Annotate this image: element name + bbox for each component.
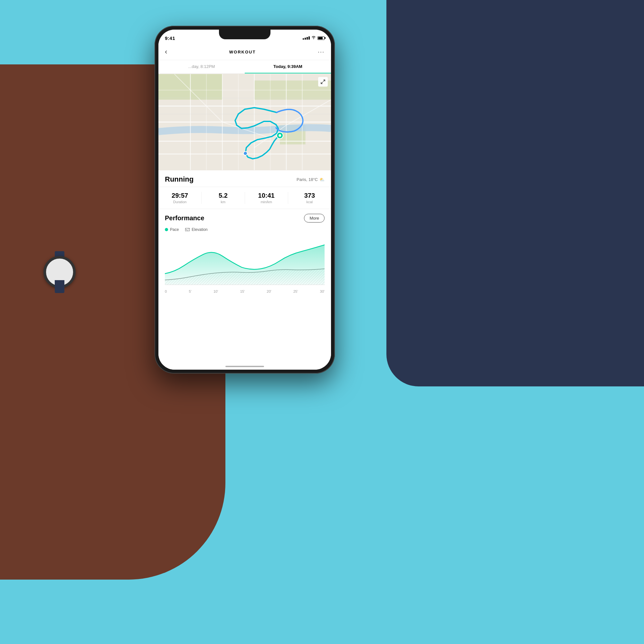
xaxis-5: 5' (189, 289, 191, 293)
performance-chart (158, 235, 331, 288)
wifi-icon (311, 36, 316, 40)
workout-map[interactable] (158, 74, 331, 170)
elevation-legend-label: Elevation (192, 227, 207, 232)
map-route-svg (158, 74, 331, 170)
watch-band-bottom (55, 280, 64, 293)
person-torso (386, 0, 644, 386)
legend-pace: Pace (165, 227, 179, 232)
date-tabs: ...day, 8:12PM Today, 9:39AM (158, 60, 331, 74)
legend-elevation: Elevation (185, 227, 207, 232)
weather-info: Paris, 18°C ⛅ (297, 177, 325, 182)
xaxis-15: 15' (240, 289, 245, 293)
app-content: ‹ WORKOUT ··· ...day, 8:12PM Today, 9:39… (158, 44, 331, 370)
stat-distance-label: km (202, 200, 244, 204)
back-button[interactable]: ‹ (165, 48, 167, 56)
xaxis-0: 0 (165, 289, 167, 293)
chart-xaxis: 0 5' 10' 15' 20' 25' 30' (158, 288, 331, 293)
more-options-button[interactable]: ··· (318, 49, 325, 55)
weather-text: Paris, 18°C (297, 177, 318, 182)
status-time: 9:41 (165, 35, 175, 41)
phone: 9:41 (155, 26, 335, 374)
pace-legend-label: Pace (170, 227, 179, 232)
phone-screen: 9:41 (158, 30, 331, 370)
svg-point-20 (279, 134, 281, 137)
stat-calories-value: 373 (288, 192, 331, 199)
stat-duration-label: Duration (158, 200, 201, 204)
stat-pace-value: 10:41 (245, 192, 288, 199)
more-button[interactable]: More (304, 214, 325, 223)
page-title: WORKOUT (229, 50, 256, 54)
stat-calories: 373 kcal (288, 192, 331, 204)
status-icons (303, 36, 325, 40)
weather-icon: ⛅ (319, 177, 325, 182)
stats-row: 29:57 Duration 5.2 km 10:41 min/km 373 k… (158, 187, 331, 209)
app-header: ‹ WORKOUT ··· (158, 44, 331, 60)
chart-svg (165, 235, 325, 287)
phone-notch (219, 30, 270, 39)
activity-title: Running (165, 175, 194, 184)
chart-legend: Pace Elevation (158, 226, 331, 235)
map-expand-button[interactable] (318, 77, 328, 87)
home-indicator (225, 366, 264, 367)
phone-frame: 9:41 (155, 26, 335, 374)
stat-distance-value: 5.2 (202, 192, 244, 199)
tab-current-workout[interactable]: Today, 9:39AM (245, 60, 331, 73)
performance-header: Performance More (158, 209, 331, 226)
stat-distance: 5.2 km (202, 192, 245, 204)
svg-point-21 (243, 151, 247, 155)
stat-pace: 10:41 min/km (245, 192, 288, 204)
stat-pace-label: min/km (245, 200, 288, 204)
stat-calories-label: kcal (288, 200, 331, 204)
tab-previous-workout[interactable]: ...day, 8:12PM (158, 60, 245, 73)
performance-title: Performance (165, 214, 204, 222)
battery-icon (317, 36, 325, 40)
pace-legend-dot (165, 228, 168, 231)
activity-info: Running Paris, 18°C ⛅ (158, 170, 331, 187)
xaxis-10: 10' (213, 289, 218, 293)
xaxis-30: 30' (320, 289, 325, 293)
stat-duration: 29:57 Duration (158, 192, 202, 204)
stat-duration-value: 29:57 (158, 192, 201, 199)
elevation-legend-hatch (185, 228, 190, 231)
xaxis-25: 25' (293, 289, 298, 293)
smartwatch (39, 251, 81, 293)
signal-icon (303, 36, 310, 40)
xaxis-20: 20' (267, 289, 271, 293)
